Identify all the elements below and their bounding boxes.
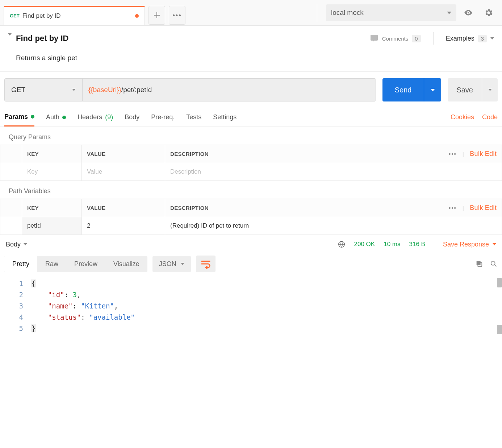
tab-title: Find pet by ID: [22, 12, 61, 20]
save-button[interactable]: Save: [448, 78, 482, 101]
environment-quicklook-button[interactable]: [460, 4, 477, 21]
copy-icon[interactable]: [475, 260, 483, 268]
divider: [434, 240, 434, 249]
tab-auth[interactable]: Auth: [46, 108, 66, 126]
path-variable-row: petId 2 (Required) ID of pet to return: [0, 217, 502, 235]
active-dot-icon: [62, 116, 66, 119]
settings-button[interactable]: [480, 4, 497, 21]
col-key: KEY: [22, 199, 82, 217]
view-mode-toggle: Pretty Raw Preview Visualize: [4, 256, 147, 272]
add-tab-button[interactable]: [148, 6, 165, 25]
url-input[interactable]: {{baseUrl}}/pet/:petId: [83, 79, 376, 101]
tab-tests[interactable]: Tests: [186, 108, 201, 126]
url-bar-row: GET {{baseUrl}}/pet/:petId Send Save: [0, 72, 502, 108]
pathvar-select-all[interactable]: [0, 199, 22, 217]
http-method-value: GET: [11, 86, 25, 94]
save-response-dropdown[interactable]: Save Response: [443, 241, 496, 248]
column-options-button[interactable]: •••: [449, 205, 457, 211]
comment-icon: [370, 34, 378, 43]
view-raw[interactable]: Raw: [37, 256, 66, 272]
view-pretty[interactable]: Pretty: [4, 256, 37, 272]
top-right-controls: local mock: [312, 0, 502, 25]
query-param-new-row[interactable]: Key Value Description: [0, 163, 502, 181]
ellipsis-icon: •••: [173, 12, 182, 19]
col-key: KEY: [22, 145, 82, 163]
tab-prereq[interactable]: Pre-req.: [151, 108, 175, 126]
line-gutter: 1 2 3 4 5: [0, 278, 31, 334]
url-variable: {{baseUrl}}: [88, 86, 121, 94]
column-options-button[interactable]: •••: [449, 151, 457, 157]
path-variables-heading: Path Variables: [0, 181, 502, 199]
tab-method-badge: GET: [10, 13, 20, 18]
chevron-down-icon: [488, 89, 492, 91]
url-path: /pet/:petId: [121, 86, 152, 94]
top-bar: GET Find pet by ID ••• local mock: [0, 0, 502, 26]
response-status-bar: Body 200 OK 10 ms 316 B Save Response: [0, 235, 502, 253]
plus-icon: [154, 12, 160, 18]
request-tab[interactable]: GET Find pet by ID: [4, 6, 145, 25]
scrollbar-thumb[interactable]: [497, 325, 502, 334]
cookies-link[interactable]: Cookies: [451, 113, 474, 121]
pathvar-description-input[interactable]: (Required) ID of pet to return: [170, 222, 249, 229]
environment-name: local mock: [331, 9, 364, 17]
save-options-button[interactable]: [482, 78, 498, 101]
query-params-table: KEY VALUE DESCRIPTION ••• | Bulk Edit Ke…: [0, 145, 502, 181]
unsaved-dot-icon: [135, 14, 139, 18]
view-visualize[interactable]: Visualize: [105, 256, 147, 272]
description-input[interactable]: Description: [170, 168, 201, 175]
response-size: 316 B: [409, 241, 425, 248]
tab-params[interactable]: Params: [4, 108, 34, 126]
collapse-toggle[interactable]: [8, 36, 12, 42]
url-compound: GET {{baseUrl}}/pet/:petId: [4, 78, 376, 101]
comments-button[interactable]: Comments 0: [370, 34, 421, 43]
environment-selector[interactable]: local mock: [326, 4, 456, 21]
bulk-edit-link[interactable]: Bulk Edit: [470, 204, 497, 212]
col-value: VALUE: [82, 145, 165, 163]
value-input[interactable]: Value: [87, 168, 102, 175]
query-params-heading: Query Params: [0, 127, 502, 145]
comments-label: Comments: [382, 36, 409, 42]
save-button-group: Save: [448, 78, 498, 101]
gear-icon: [484, 8, 493, 17]
examples-dropdown[interactable]: Examples 3: [446, 35, 494, 42]
code-link[interactable]: Code: [482, 113, 498, 121]
tab-overflow-button[interactable]: •••: [169, 6, 185, 25]
chevron-down-icon: [24, 243, 27, 245]
view-preview[interactable]: Preview: [66, 256, 105, 272]
params-select-all[interactable]: [0, 145, 22, 163]
send-options-button[interactable]: [424, 78, 441, 101]
chevron-down-icon: [431, 89, 435, 91]
tab-settings[interactable]: Settings: [213, 108, 237, 126]
request-header-area: Find pet by ID Comments 0 Examples 3 Ret…: [0, 26, 502, 72]
send-button[interactable]: Send: [382, 78, 424, 101]
path-variables-table: KEY VALUE DESCRIPTION ••• | Bulk Edit pe…: [0, 199, 502, 235]
pathvar-value-input[interactable]: 2: [87, 222, 90, 229]
globe-icon[interactable]: [338, 240, 346, 248]
pathvar-key: petId: [27, 222, 41, 229]
examples-count-badge: 3: [478, 35, 487, 42]
examples-label: Examples: [446, 35, 474, 42]
scrollbar-thumb[interactable]: [497, 278, 502, 287]
tab-body[interactable]: Body: [125, 108, 139, 126]
response-time: 10 ms: [384, 241, 400, 248]
http-method-select[interactable]: GET: [5, 79, 83, 101]
title-row: Find pet by ID Comments 0 Examples 3: [8, 32, 494, 45]
response-status: 200 OK: [354, 241, 375, 248]
key-input[interactable]: Key: [27, 168, 38, 175]
search-icon[interactable]: [490, 260, 498, 268]
svg-rect-2: [477, 261, 481, 265]
wrap-lines-button[interactable]: [196, 256, 216, 272]
tab-headers[interactable]: Headers(9): [78, 108, 113, 126]
response-body-dropdown[interactable]: Body: [6, 241, 27, 248]
code-content[interactable]: { "id": 3, "name": "Kitten", "status": "…: [31, 278, 135, 334]
col-description: DESCRIPTION ••• | Bulk Edit: [165, 145, 502, 163]
comments-count-badge: 0: [412, 35, 421, 42]
divider: [317, 4, 317, 22]
request-description: Returns a single pet: [16, 54, 494, 62]
title-actions: Comments 0 Examples 3: [370, 32, 494, 45]
bulk-edit-link[interactable]: Bulk Edit: [470, 150, 497, 158]
send-button-group: Send: [382, 78, 442, 101]
response-format-select[interactable]: JSON: [152, 256, 191, 272]
col-description: DESCRIPTION ••• | Bulk Edit: [165, 199, 502, 217]
active-dot-icon: [31, 115, 34, 119]
